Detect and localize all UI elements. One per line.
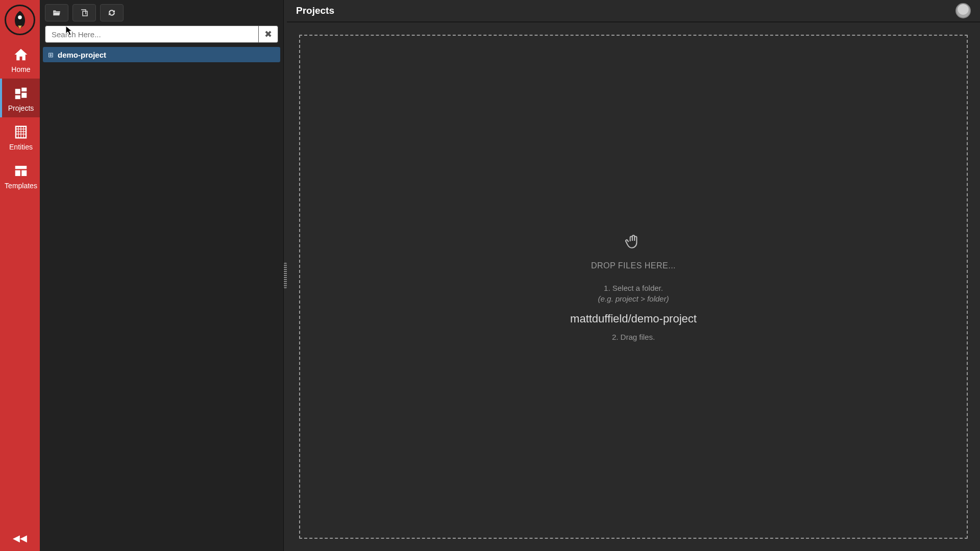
svg-rect-1 (15, 166, 27, 169)
nav-item-entities[interactable]: Entities (0, 117, 40, 156)
search-row: ✖ (40, 26, 283, 47)
home-icon (13, 47, 29, 62)
open-folder-button[interactable] (45, 4, 68, 21)
explorer-toolbar (40, 0, 283, 26)
search-input[interactable] (45, 26, 259, 43)
collapse-sidebar-button[interactable]: ◀◀ (0, 528, 40, 551)
sync-button[interactable] (100, 4, 124, 21)
nav-label-projects: Projects (8, 104, 34, 112)
entities-icon (13, 124, 29, 140)
svg-rect-3 (21, 170, 27, 176)
dropzone-step2: 2. Drag files. (612, 333, 655, 341)
nav-item-templates[interactable]: Templates (0, 156, 40, 195)
main-body: DROP FILES HERE... 1. Select a folder. (… (287, 22, 980, 551)
search-clear-button[interactable]: ✖ (259, 26, 278, 43)
close-icon: ✖ (264, 29, 272, 40)
main-header: Projects (287, 0, 980, 22)
clone-button[interactable] (72, 4, 96, 21)
page-title: Projects (296, 5, 334, 16)
tree-item-demo-project[interactable]: ⊞ demo-project (43, 47, 280, 62)
nav-item-projects[interactable]: Projects (0, 79, 40, 117)
nav-label-templates: Templates (5, 182, 37, 190)
projects-icon (13, 86, 29, 101)
clone-icon (80, 8, 89, 17)
nav-label-home: Home (11, 65, 30, 73)
sync-icon (107, 8, 116, 17)
folder-open-icon (52, 8, 61, 17)
app-logo[interactable] (0, 0, 40, 40)
explorer-panel: ✖ ⊞ demo-project (40, 0, 284, 551)
svg-rect-2 (15, 170, 20, 176)
tree-item-label: demo-project (58, 51, 106, 59)
user-avatar[interactable] (955, 3, 971, 18)
project-tree: ⊞ demo-project (40, 47, 283, 62)
dropzone-headline: DROP FILES HERE... (591, 261, 676, 270)
dropzone-selected-path: mattduffield/demo-project (570, 312, 697, 325)
svg-point-0 (18, 15, 22, 19)
expand-icon: ⊞ (48, 52, 54, 58)
dropzone-step1: 1. Select a folder. (604, 284, 663, 292)
file-dropzone[interactable]: DROP FILES HERE... 1. Select a folder. (… (299, 35, 968, 539)
grab-hand-icon (625, 233, 642, 252)
double-chevron-left-icon: ◀◀ (13, 533, 27, 543)
nav-label-entities: Entities (9, 143, 33, 151)
dropzone-hint: (e.g. project > folder) (598, 294, 669, 303)
main-area: Projects DROP FILES HERE... 1. Select a … (287, 0, 980, 551)
rocket-icon (10, 10, 30, 30)
nav-item-home[interactable]: Home (0, 40, 40, 79)
nav-rail: Home Projects Entities Templates ◀◀ (0, 0, 40, 551)
templates-icon (13, 163, 29, 179)
